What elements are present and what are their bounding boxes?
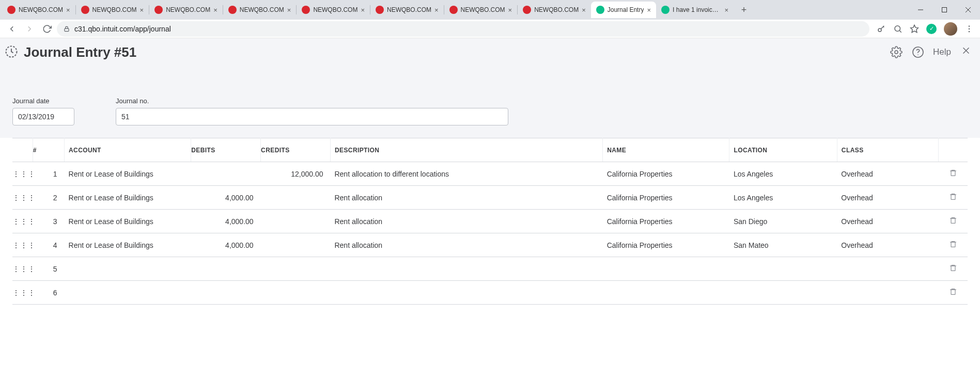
cell-account[interactable]	[65, 257, 191, 281]
tab-close-icon[interactable]: ×	[140, 6, 144, 14]
table-row[interactable]: ⋮⋮⋮4Rent or Lease of Buildings4,000.00Re…	[12, 233, 968, 257]
cell-name[interactable]: California Properties	[603, 210, 729, 233]
cell-debit[interactable]	[191, 281, 261, 305]
window-close-button[interactable]	[956, 0, 980, 20]
delete-row-icon[interactable]	[949, 193, 957, 201]
help-label[interactable]: Help	[933, 47, 951, 57]
drag-handle-icon[interactable]: ⋮⋮⋮	[12, 186, 33, 210]
table-row[interactable]: ⋮⋮⋮6	[12, 281, 968, 305]
cell-name[interactable]	[603, 257, 729, 281]
cell-description[interactable]	[330, 257, 602, 281]
cell-description[interactable]: Rent allocation	[330, 186, 602, 210]
cell-name[interactable]: California Properties	[603, 162, 729, 186]
nav-reload-button[interactable]	[39, 21, 55, 37]
cell-description[interactable]: Rent allocation	[330, 210, 602, 233]
history-icon[interactable]	[4, 44, 20, 60]
browser-tab[interactable]: NEWQBO.COM×	[518, 2, 591, 18]
cell-name[interactable]: California Properties	[603, 233, 729, 257]
chrome-menu-icon[interactable]	[965, 24, 974, 34]
drag-handle-icon[interactable]: ⋮⋮⋮	[12, 281, 33, 305]
cell-location[interactable]: Los Angeles	[729, 186, 837, 210]
delete-row-icon[interactable]	[949, 216, 957, 225]
zoom-icon[interactable]	[893, 24, 903, 34]
drag-handle-icon[interactable]: ⋮⋮⋮	[12, 257, 33, 281]
cell-account[interactable]: Rent or Lease of Buildings	[65, 210, 191, 233]
tab-close-icon[interactable]: ×	[287, 6, 291, 14]
cell-account[interactable]	[65, 281, 191, 305]
star-icon[interactable]	[910, 24, 919, 34]
tab-close-icon[interactable]: ×	[361, 6, 365, 14]
cell-credit[interactable]	[261, 210, 331, 233]
cell-debit[interactable]: 4,000.00	[191, 210, 261, 233]
cell-account[interactable]: Rent or Lease of Buildings	[65, 186, 191, 210]
cell-location[interactable]	[729, 257, 837, 281]
drag-handle-icon[interactable]: ⋮⋮⋮	[12, 233, 33, 257]
delete-row-icon[interactable]	[949, 240, 957, 248]
cell-debit[interactable]	[191, 257, 261, 281]
close-panel-button[interactable]	[959, 45, 973, 59]
browser-tab[interactable]: NEWQBO.COM×	[444, 2, 518, 18]
cell-location[interactable]: San Mateo	[729, 233, 837, 257]
window-minimize-button[interactable]	[909, 0, 932, 20]
drag-handle-icon[interactable]: ⋮⋮⋮	[12, 162, 33, 186]
delete-row-icon[interactable]	[949, 169, 957, 177]
cell-debit[interactable]: 4,000.00	[191, 233, 261, 257]
journal-no-input[interactable]	[116, 108, 508, 125]
tab-close-icon[interactable]: ×	[647, 6, 651, 14]
cell-credit[interactable]	[261, 233, 331, 257]
table-row[interactable]: ⋮⋮⋮1Rent or Lease of Buildings12,000.00R…	[12, 162, 968, 186]
tab-close-icon[interactable]: ×	[508, 6, 512, 14]
cell-debit[interactable]	[191, 162, 261, 186]
cell-account[interactable]: Rent or Lease of Buildings	[65, 162, 191, 186]
gear-icon[interactable]	[890, 45, 903, 59]
delete-row-icon[interactable]	[949, 288, 957, 296]
cell-credit[interactable]	[261, 186, 331, 210]
browser-tab[interactable]: NEWQBO.COM×	[297, 2, 370, 18]
cell-class[interactable]: Overhead	[837, 162, 938, 186]
tab-close-icon[interactable]: ×	[724, 6, 728, 14]
cell-location[interactable]: San Diego	[729, 210, 837, 233]
cell-class[interactable]: Overhead	[837, 186, 938, 210]
cell-account[interactable]: Rent or Lease of Buildings	[65, 233, 191, 257]
cell-credit[interactable]: 12,000.00	[261, 162, 331, 186]
tab-close-icon[interactable]: ×	[66, 6, 70, 14]
browser-tab[interactable]: Journal Entry×	[591, 2, 656, 18]
drag-handle-icon[interactable]: ⋮⋮⋮	[12, 210, 33, 233]
cell-description[interactable]: Rent allocation to different locations	[330, 162, 602, 186]
cell-description[interactable]: Rent allocation	[330, 233, 602, 257]
browser-tab[interactable]: NEWQBO.COM×	[76, 2, 149, 18]
cell-class[interactable]	[837, 257, 938, 281]
cell-name[interactable]: California Properties	[603, 186, 729, 210]
cell-location[interactable]	[729, 281, 837, 305]
cell-debit[interactable]: 4,000.00	[191, 186, 261, 210]
nav-back-button[interactable]	[4, 21, 20, 37]
cell-class[interactable]	[837, 281, 938, 305]
new-tab-button[interactable]: +	[737, 3, 751, 17]
tab-close-icon[interactable]: ×	[434, 6, 439, 14]
browser-tab[interactable]: NEWQBO.COM×	[149, 2, 223, 18]
profile-avatar[interactable]	[944, 22, 957, 36]
table-row[interactable]: ⋮⋮⋮3Rent or Lease of Buildings4,000.00Re…	[12, 210, 968, 233]
extension-icon[interactable]: ✓	[926, 24, 937, 34]
cell-class[interactable]: Overhead	[837, 210, 938, 233]
browser-tab[interactable]: NEWQBO.COM×	[223, 2, 297, 18]
cell-description[interactable]	[330, 281, 602, 305]
nav-forward-button[interactable]	[22, 21, 37, 37]
tab-close-icon[interactable]: ×	[213, 6, 217, 14]
window-maximize-button[interactable]	[932, 0, 956, 20]
table-row[interactable]: ⋮⋮⋮2Rent or Lease of Buildings4,000.00Re…	[12, 186, 968, 210]
cell-class[interactable]: Overhead	[837, 233, 938, 257]
browser-tab[interactable]: NEWQBO.COM×	[2, 2, 75, 18]
cell-credit[interactable]	[261, 257, 331, 281]
journal-date-input[interactable]	[12, 108, 74, 125]
cell-name[interactable]	[603, 281, 729, 305]
browser-tab[interactable]: NEWQBO.COM×	[370, 2, 444, 18]
table-row[interactable]: ⋮⋮⋮5	[12, 257, 968, 281]
tab-close-icon[interactable]: ×	[582, 6, 586, 14]
address-field[interactable]: c31.qbo.intuit.com/app/journal	[57, 21, 869, 37]
browser-tab[interactable]: I have 1 invoice for×	[656, 2, 734, 18]
key-icon[interactable]	[877, 24, 886, 34]
cell-location[interactable]: Los Angeles	[729, 162, 837, 186]
help-icon[interactable]	[911, 45, 925, 59]
cell-credit[interactable]	[261, 281, 331, 305]
